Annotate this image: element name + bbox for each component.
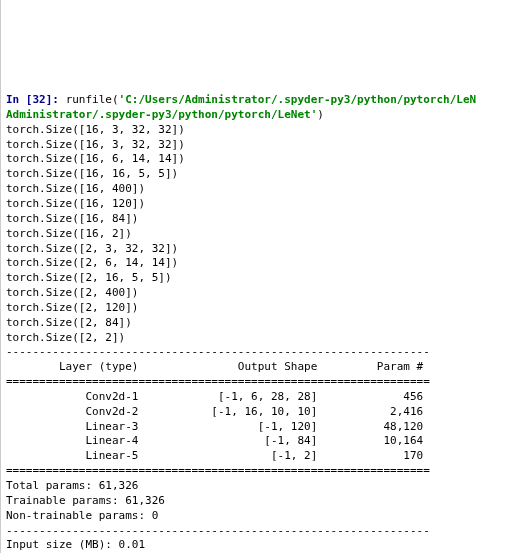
size-line: torch.Size([16, 2]) [6, 227, 132, 240]
table-row: Linear-3 [-1, 120] 48,120 [6, 420, 423, 433]
cmd-runfile: runfile( [66, 93, 119, 106]
sep: ========================================… [6, 464, 430, 477]
in-prompt: In [32]: [6, 93, 59, 106]
total-line: Total params: 61,326 [6, 479, 138, 492]
total-line: Trainable params: 61,326 [6, 494, 165, 507]
table-row: Linear-4 [-1, 84] 10,164 [6, 434, 423, 447]
table-row: Linear-5 [-1, 2] 170 [6, 449, 423, 462]
size-line: torch.Size([16, 3, 32, 32]) [6, 123, 185, 136]
size-line: torch.Size([2, 84]) [6, 316, 132, 329]
cmd-end: ) [317, 108, 324, 121]
table-row: Conv2d-1 [-1, 6, 28, 28] 456 [6, 390, 423, 403]
size-line: torch.Size([2, 2]) [6, 331, 125, 344]
sep: ========================================… [6, 375, 430, 388]
size-line: torch.Size([16, 6, 14, 14]) [6, 152, 185, 165]
size-line: torch.Size([2, 400]) [6, 286, 138, 299]
sep: ----------------------------------------… [6, 524, 430, 537]
size-line: torch.Size([2, 3, 32, 32]) [6, 242, 178, 255]
table-row: Conv2d-2 [-1, 16, 10, 10] 2,416 [6, 405, 423, 418]
table-header: Layer (type) Output Shape Param # [6, 360, 423, 373]
size-line: torch.Size([16, 120]) [6, 197, 145, 210]
console-output: In [32]: runfile('C:/Users/Administrator… [6, 93, 506, 553]
path-1: 'C:/Users/Administrator/.spyder-py3/pyth… [119, 93, 477, 106]
size-line: torch.Size([2, 6, 14, 14]) [6, 256, 178, 269]
total-line: Non-trainable params: 0 [6, 509, 158, 522]
size-line: torch.Size([2, 120]) [6, 301, 138, 314]
size-line: torch.Size([16, 84]) [6, 212, 138, 225]
size-line: torch.Size([2, 16, 5, 5]) [6, 271, 172, 284]
size-line: torch.Size([16, 400]) [6, 182, 145, 195]
size-line: torch.Size([16, 3, 32, 32]) [6, 138, 185, 151]
sep: ----------------------------------------… [6, 345, 430, 358]
left-border [0, 0, 1, 553]
size-line: torch.Size([16, 16, 5, 5]) [6, 167, 178, 180]
mem-line: Input size (MB): 0.01 [6, 538, 145, 551]
path-2: Administrator/.spyder-py3/python/pytorch… [6, 108, 317, 121]
